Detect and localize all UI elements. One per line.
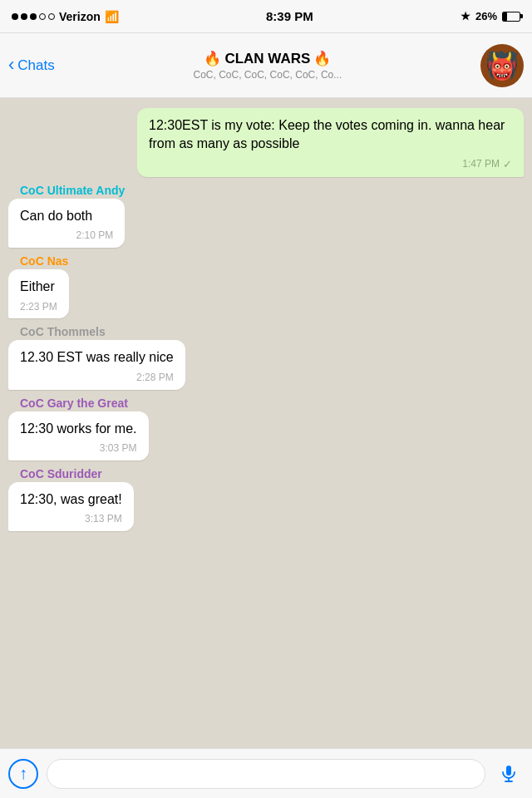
message-bubble: Can do both 2:10 PM bbox=[8, 199, 125, 248]
wifi-icon: 📶 bbox=[105, 10, 119, 23]
upload-icon: ↑ bbox=[19, 764, 27, 783]
message-bubble: Either 2:23 PM bbox=[8, 269, 69, 318]
mic-icon bbox=[499, 764, 519, 784]
battery-label: 26% bbox=[475, 10, 497, 22]
dot2 bbox=[21, 13, 27, 20]
message-bubble: 12:30, was great! 3:13 PM bbox=[8, 482, 134, 531]
message-bubble: 12:30 works for me. 3:03 PM bbox=[8, 411, 149, 461]
message-meta: 2:10 PM bbox=[20, 229, 113, 243]
sender-name: CoC Nas bbox=[8, 254, 69, 268]
avatar-emoji: 👹 bbox=[485, 50, 519, 81]
carrier-label: Verizon bbox=[59, 10, 101, 23]
status-bar: Verizon 📶 8:39 PM ★ 26% bbox=[0, 0, 532, 33]
dot5 bbox=[48, 13, 55, 20]
chat-title: 🔥 CLAN WARS 🔥 bbox=[204, 50, 331, 67]
input-bar: ↑ bbox=[0, 748, 532, 798]
sender-name: CoC Thommels bbox=[8, 325, 185, 338]
battery-icon bbox=[502, 12, 520, 22]
chat-area: 12:30EST is my vote: Keep the votes comi… bbox=[0, 98, 532, 748]
message-text: 12:30, was great! bbox=[20, 492, 122, 506]
message-meta: 3:13 PM bbox=[20, 512, 122, 526]
status-right: ★ 26% bbox=[461, 10, 520, 22]
back-chevron-icon: ‹ bbox=[8, 56, 14, 74]
message-incoming-2: CoC Nas Either 2:23 PM bbox=[8, 254, 69, 318]
mic-button[interactable] bbox=[494, 759, 524, 789]
upload-button[interactable]: ↑ bbox=[8, 759, 38, 789]
message-time: 1:47 PM bbox=[462, 157, 500, 171]
chat-title-text: CLAN WARS bbox=[224, 51, 310, 67]
message-incoming-1: CoC Ultimate Andy Can do both 2:10 PM bbox=[8, 184, 125, 248]
message-text: Either bbox=[20, 279, 55, 293]
sender-name: CoC Ultimate Andy bbox=[8, 184, 125, 197]
message-text: 12.30 EST was really nice bbox=[20, 350, 174, 364]
message-time: 2:10 PM bbox=[76, 229, 114, 243]
message-bubble: 12.30 EST was really nice 2:28 PM bbox=[8, 340, 185, 389]
nav-bar: ‹ Chats 🔥 CLAN WARS 🔥 CoC, CoC, CoC, CoC… bbox=[0, 33, 532, 98]
dot1 bbox=[12, 13, 18, 20]
message-incoming-5: CoC Sduridder 12:30, was great! 3:13 PM bbox=[8, 467, 134, 531]
fire-icon-left: 🔥 bbox=[204, 50, 221, 67]
message-time: 2:28 PM bbox=[136, 371, 174, 385]
svg-rect-0 bbox=[506, 766, 511, 776]
sender-name: CoC Gary the Great bbox=[8, 397, 149, 410]
signal-dots bbox=[12, 13, 55, 20]
checkmark-icon: ✓ bbox=[503, 157, 512, 172]
back-label: Chats bbox=[17, 57, 54, 74]
message-incoming-4: CoC Gary the Great 12:30 works for me. 3… bbox=[8, 397, 149, 461]
message-meta: 2:28 PM bbox=[20, 371, 174, 385]
message-meta: 2:23 PM bbox=[20, 300, 57, 314]
message-time: 2:23 PM bbox=[20, 300, 57, 314]
sender-name: CoC Sduridder bbox=[8, 467, 134, 480]
status-time: 8:39 PM bbox=[266, 9, 313, 23]
dot3 bbox=[30, 13, 37, 20]
fire-icon-right: 🔥 bbox=[313, 50, 331, 67]
message-time: 3:03 PM bbox=[100, 441, 137, 456]
message-meta: 3:03 PM bbox=[20, 441, 137, 456]
bluetooth-icon: ★ bbox=[461, 10, 470, 22]
message-meta: 1:47 PM ✓ bbox=[149, 157, 512, 172]
message-text: 12:30EST is my vote: Keep the votes comi… bbox=[149, 118, 505, 150]
status-left: Verizon 📶 bbox=[12, 10, 119, 23]
message-text: 12:30 works for me. bbox=[20, 421, 137, 436]
message-incoming-3: CoC Thommels 12.30 EST was really nice 2… bbox=[8, 325, 185, 389]
avatar[interactable]: 👹 bbox=[480, 44, 524, 87]
message-outgoing-1: 12:30EST is my vote: Keep the votes comi… bbox=[137, 108, 524, 177]
message-text: Can do both bbox=[20, 209, 92, 223]
nav-center: 🔥 CLAN WARS 🔥 CoC, CoC, CoC, CoC, CoC, C… bbox=[63, 50, 472, 81]
back-button[interactable]: ‹ Chats bbox=[8, 57, 55, 74]
message-time: 3:13 PM bbox=[85, 512, 122, 526]
dot4 bbox=[39, 13, 46, 20]
message-input[interactable] bbox=[47, 759, 485, 789]
chat-subtitle: CoC, CoC, CoC, CoC, CoC, Co... bbox=[194, 69, 342, 81]
